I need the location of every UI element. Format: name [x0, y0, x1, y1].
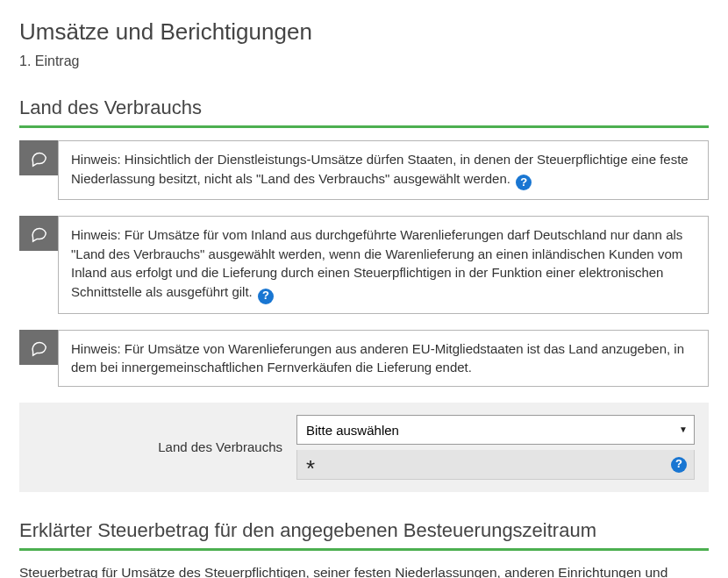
speech-bubble-icon: [19, 140, 58, 175]
page-title: Umsätze und Berichtigungen: [19, 16, 709, 49]
help-icon[interactable]: ?: [516, 175, 532, 190]
page-subtitle: 1. Eintrag: [19, 51, 709, 71]
section-rule: [19, 125, 709, 128]
hint-box: Hinweis: Für Umsätze von Warenlieferunge…: [58, 330, 709, 388]
land-select-block: Land des Verbrauchs Bitte auswählen ▼ * …: [19, 403, 709, 492]
section-rule: [19, 548, 709, 551]
speech-bubble-icon: [19, 216, 58, 251]
hint-box: Hinweis: Für Umsätze für vom Inland aus …: [58, 216, 709, 314]
section-heading-tax: Erklärter Steuerbetrag für den angegeben…: [19, 517, 709, 545]
hint-box: Hinweis: Hinsichtlich der Dienstleistung…: [58, 140, 709, 200]
land-select[interactable]: Bitte auswählen: [296, 415, 695, 445]
speech-bubble-icon: [19, 330, 58, 365]
help-icon[interactable]: ?: [671, 457, 687, 473]
required-indicator-row: * ?: [296, 450, 695, 480]
land-select-label: Land des Verbrauchs: [33, 438, 296, 457]
hint-text: Hinweis: Hinsichtlich der Dienstleistung…: [71, 152, 689, 186]
tax-description: Steuerbetrag für Umsätze des Steuerpflic…: [19, 563, 709, 578]
hint-text: Hinweis: Für Umsätze für vom Inland aus …: [71, 227, 682, 299]
hint-text: Hinweis: Für Umsätze von Warenlieferunge…: [71, 341, 684, 375]
section-heading-land: Land des Verbrauchs: [19, 94, 709, 122]
required-star-icon: *: [306, 457, 315, 480]
hint-row: Hinweis: Für Umsätze von Warenlieferunge…: [19, 330, 709, 388]
hint-row: Hinweis: Hinsichtlich der Dienstleistung…: [19, 140, 709, 200]
help-icon[interactable]: ?: [258, 289, 274, 304]
hint-row: Hinweis: Für Umsätze für vom Inland aus …: [19, 216, 709, 314]
